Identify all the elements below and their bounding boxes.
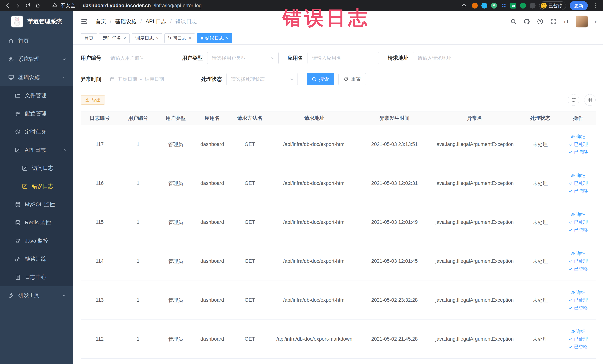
process-link[interactable]: 已处理 bbox=[568, 141, 588, 147]
sidebar-item-config-management[interactable]: 配置管理 bbox=[0, 105, 73, 123]
search-icon[interactable] bbox=[510, 18, 517, 25]
browser-reload-icon[interactable] bbox=[24, 1, 32, 10]
sidebar-collapse-icon[interactable] bbox=[81, 18, 88, 25]
sidebar-item-file-management[interactable]: 文件管理 bbox=[0, 86, 73, 105]
chevron-down-icon bbox=[290, 77, 294, 82]
sidebar-item-mysql-monitor[interactable]: MySQL 监控 bbox=[0, 195, 73, 214]
vue-devtools-icon[interactable]: V bbox=[491, 3, 497, 9]
extension-icon[interactable] bbox=[472, 3, 478, 9]
extension-icon[interactable] bbox=[530, 3, 535, 9]
detail-link[interactable]: 详细 bbox=[570, 134, 586, 140]
tab-scheduled-tasks[interactable]: 定时任务× bbox=[99, 33, 129, 43]
sidebar-item-infrastructure[interactable]: 基础设施 bbox=[0, 68, 73, 86]
detail-link[interactable]: 详细 bbox=[570, 211, 586, 218]
sidebar-item-redis-monitor[interactable]: Redis 监控 bbox=[0, 214, 73, 232]
close-icon[interactable]: × bbox=[156, 35, 159, 41]
detail-link[interactable]: 详细 bbox=[570, 250, 586, 257]
url-path: /infra/log/api-error-log bbox=[154, 3, 202, 9]
sidebar-item-dev-tools[interactable]: 研发工具 bbox=[0, 286, 73, 305]
eye-icon bbox=[570, 135, 575, 139]
process-link[interactable]: 已处理 bbox=[568, 336, 588, 342]
github-icon[interactable] bbox=[523, 18, 530, 25]
logo[interactable]: 芋道管理系统 bbox=[0, 11, 73, 32]
extension-icon[interactable] bbox=[481, 3, 487, 9]
tab-error-log[interactable]: 错误日志× bbox=[197, 33, 232, 43]
sidebar-item-home[interactable]: 首页 bbox=[0, 32, 73, 50]
column-header: 日志编号 bbox=[81, 111, 119, 125]
ignore-link[interactable]: 已忽略 bbox=[568, 227, 588, 233]
tab-home[interactable]: 首页 bbox=[81, 33, 97, 43]
request-url-input[interactable] bbox=[413, 52, 484, 64]
db-icon bbox=[15, 220, 21, 226]
sidebar-item-label: 基础设施 bbox=[18, 74, 40, 81]
breadcrumb-item[interactable]: API 日志 bbox=[146, 18, 166, 25]
help-icon[interactable] bbox=[537, 18, 544, 25]
process-status-select[interactable] bbox=[226, 73, 298, 85]
ignore-link[interactable]: 已忽略 bbox=[568, 149, 588, 155]
ignore-link[interactable]: 已忽略 bbox=[568, 305, 588, 311]
ignore-link[interactable]: 已忽略 bbox=[568, 188, 588, 194]
close-icon[interactable]: × bbox=[189, 35, 191, 41]
extension-icon[interactable] bbox=[520, 3, 526, 9]
process-link[interactable]: 已处理 bbox=[568, 219, 588, 225]
cell-method: GET bbox=[231, 203, 269, 242]
browser-back-icon[interactable] bbox=[4, 1, 12, 10]
eye-icon bbox=[570, 290, 575, 295]
detail-link[interactable]: 详细 bbox=[570, 173, 586, 179]
breadcrumb-item[interactable]: 首页 bbox=[95, 18, 106, 25]
date-range-picker[interactable]: 开始日期 - 结束日期 bbox=[106, 73, 192, 85]
sidebar-item-api-logs[interactable]: API 日志 bbox=[0, 141, 73, 159]
search-button[interactable]: 搜索 bbox=[307, 73, 334, 85]
breadcrumb-separator: / bbox=[170, 18, 172, 24]
close-icon[interactable]: × bbox=[226, 35, 229, 41]
sidebar-item-label: Redis 监控 bbox=[25, 219, 51, 226]
navbar-icons: TT ▾ bbox=[510, 16, 597, 27]
browser-menu-icon[interactable]: ⋮ bbox=[591, 3, 599, 8]
sidebar-item-access-log[interactable]: 访问日志 bbox=[0, 159, 73, 177]
calendar-icon bbox=[110, 77, 115, 82]
sidebar-item-error-log[interactable]: 错误日志 bbox=[0, 177, 73, 195]
browser-home-icon[interactable] bbox=[34, 1, 42, 10]
font-size-icon[interactable]: TT bbox=[564, 18, 569, 25]
sidebar-item-label: 定时任务 bbox=[25, 128, 46, 136]
user-type-select[interactable] bbox=[207, 52, 278, 64]
avatar-caret-icon[interactable]: ▾ bbox=[594, 19, 597, 24]
cell-user-type: 管理员 bbox=[157, 320, 194, 359]
paused-badge[interactable]: 已暂停 bbox=[539, 1, 566, 10]
reset-button[interactable]: 重置 bbox=[338, 73, 366, 85]
tab-schedule-log[interactable]: 调度日志× bbox=[132, 33, 162, 43]
breadcrumb-item[interactable]: 基础设施 bbox=[115, 18, 137, 25]
browser-forward-icon[interactable] bbox=[14, 1, 22, 10]
browser-update-button[interactable]: 更新 bbox=[570, 1, 588, 10]
process-link[interactable]: 已处理 bbox=[568, 180, 588, 186]
extension-on-badge[interactable]: on bbox=[510, 3, 516, 9]
sidebar-item-label: 首页 bbox=[18, 37, 29, 45]
tab-access-log[interactable]: 访问日志× bbox=[164, 33, 195, 43]
ignore-link[interactable]: 已忽略 bbox=[568, 344, 588, 350]
refresh-table-button[interactable] bbox=[568, 94, 579, 106]
clock-icon bbox=[15, 129, 21, 135]
fullscreen-icon[interactable] bbox=[550, 18, 557, 25]
detail-link[interactable]: 详细 bbox=[570, 289, 586, 295]
user-id-input[interactable] bbox=[106, 52, 173, 64]
sidebar-item-scheduled-tasks[interactable]: 定时任务 bbox=[0, 123, 73, 141]
ignore-link[interactable]: 已忽略 bbox=[568, 266, 588, 272]
sidebar-item-tracing[interactable]: 链路追踪 bbox=[0, 250, 73, 268]
extension-grid-icon[interactable] bbox=[501, 3, 507, 9]
app-name-input[interactable] bbox=[308, 52, 379, 64]
export-button[interactable]: 导出 bbox=[81, 95, 105, 105]
process-link[interactable]: 已处理 bbox=[568, 297, 588, 303]
sidebar-item-system-management[interactable]: 系统管理 bbox=[0, 50, 73, 68]
address-bar[interactable]: 不安全 | dashboard.yudao.iocoder.cn/infra/l… bbox=[52, 2, 202, 9]
detail-link[interactable]: 详细 bbox=[570, 329, 586, 335]
sidebar-item-java-monitor[interactable]: Java 监控 bbox=[0, 232, 73, 250]
bookmark-star-icon[interactable] bbox=[460, 1, 468, 10]
tabs-bar: 首页定时任务×调度日志×访问日志×错误日志× bbox=[73, 32, 603, 45]
process-link[interactable]: 已处理 bbox=[568, 258, 588, 264]
column-settings-button[interactable] bbox=[584, 94, 596, 106]
tab-label: 定时任务 bbox=[103, 35, 121, 41]
avatar[interactable] bbox=[576, 16, 588, 27]
close-icon[interactable]: × bbox=[123, 35, 126, 41]
sidebar-item-log-center[interactable]: 日志中心 bbox=[0, 268, 73, 286]
search-icon bbox=[312, 77, 317, 82]
